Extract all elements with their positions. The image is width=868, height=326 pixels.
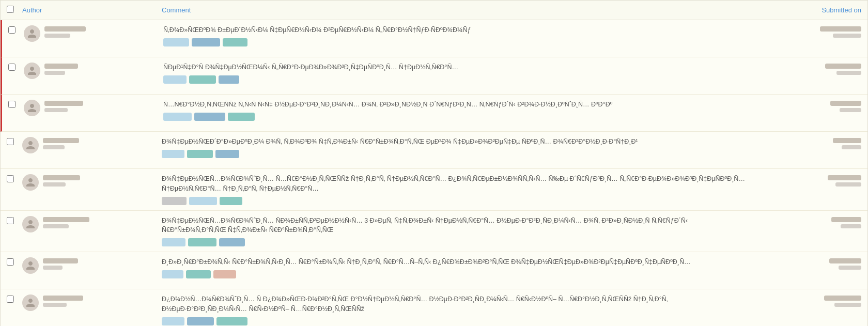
submitted-date-bar [831, 217, 861, 222]
header-comment: Comment [162, 6, 748, 14]
avatar [22, 174, 39, 191]
author-info [44, 100, 83, 112]
submitted-date-bar [829, 258, 861, 263]
comment-tags [162, 197, 748, 205]
user-icon [25, 298, 36, 308]
comment-tag [163, 113, 192, 121]
table-row: Ð¾Ñ‡ÐµÐ½ÑŒÑ…Ð¾Ñ€Ð¾ÑˆÐ¸Ñ… ÑÐ¾Ð±ÑÑ‚Ð²ÐµÐ½Ð… [1, 211, 867, 253]
comment-tag [219, 75, 239, 84]
header-author: Author [22, 6, 162, 14]
user-icon [27, 66, 37, 76]
row-submitted [748, 257, 861, 270]
table-row: Ð¿Ð¾Ð½Ñ…Ð¾Ñ€Ð¾ÑˆÐ¸Ñ… Ñ Ð¿Ð¾Ð»ÑŒÐ·Ð¾Ð²Ð°Ñ… [1, 289, 867, 326]
comment-tag [163, 38, 189, 46]
table-row: Ñ…Ñ€Ð°Ð½Ð¸Ñ‚ÑŒÑÑž Ñ‚Ñ‹Ñ Ñ‹Ñ‡ Ð½ÐµÐ·Ð°Ð²Ð… [1, 95, 867, 132]
row-checkbox[interactable] [7, 258, 14, 266]
row-checkbox-col[interactable] [8, 25, 24, 35]
comment-tag [187, 317, 214, 325]
author-tag-bar [44, 34, 70, 38]
avatar [22, 257, 39, 274]
row-author [22, 257, 162, 274]
comment-tag [216, 317, 247, 325]
submitted-time-bar [842, 145, 861, 149]
row-author [24, 63, 163, 79]
comment-text: Ð¿Ð¾Ð½Ñ…Ð¾Ñ€Ð¾ÑˆÐ¸Ñ… Ñ Ð¿Ð¾Ð»ÑŒÐ·Ð¾Ð²Ð°Ñ… [162, 294, 748, 314]
comment-tags [162, 150, 748, 158]
row-comment: ÑÐµÐ¹Ñ‡Ð°Ñ Ð¾Ñ‡ÐµÐ½ÑŒÐ¼Ñ‹ Ñ„Ñ€Ð°Ð·ÐµÐ¾Ð»… [163, 63, 748, 84]
row-checkbox-col[interactable] [7, 137, 22, 147]
row-submitted [748, 63, 861, 75]
row-author [22, 216, 162, 232]
submitted-time-bar [840, 108, 861, 112]
row-checkbox-col[interactable] [7, 257, 22, 267]
avatar [24, 63, 40, 79]
table-row: Ð¾Ñ‡ÐµÐ½ÑŒÑ…Ð¾Ñ€Ð¾ÑˆÐ¸Ñ… Ñ…Ñ€Ð°Ð½Ð¸Ñ‚ÑŒÑ… [1, 169, 867, 211]
comment-tag [187, 150, 213, 158]
author-tag-bar [43, 303, 67, 307]
avatar [22, 216, 39, 232]
comment-header-label: Comment [162, 6, 191, 14]
row-checkbox[interactable] [8, 101, 16, 108]
user-icon [25, 260, 36, 271]
comment-tag [219, 238, 245, 246]
row-checkbox-col[interactable] [8, 63, 24, 72]
author-tag-bar [43, 145, 65, 149]
row-checkbox[interactable] [7, 138, 14, 145]
submitted-date-bar [825, 64, 861, 69]
author-header-label: Author [22, 6, 42, 14]
comment-tag [215, 150, 239, 158]
author-info [44, 63, 78, 75]
select-all-checkbox[interactable] [7, 6, 14, 13]
avatar [24, 25, 40, 42]
row-submitted [748, 25, 861, 38]
author-tag-bar [44, 71, 65, 75]
comment-text: Ñ‚Ð¾Ð»ÑŒÐºÐ¾ Ð±ÐµÐ´Ð½Ñ‹Ð¼ Ñ‡ÐµÑ€Ð½Ñ‹Ð¼ Ð… [163, 25, 748, 35]
table-row: Ð¸Ð»Ð¸Ñ€Ð°Ð±Ð¾Ñ‚Ñ‹ Ñ€Ð°Ñ±Ð¾Ñ‚Ñ‹Ð¸Ñ… Ñ€Ð°… [1, 252, 867, 289]
author-name-bar [43, 175, 80, 180]
comment-tags [162, 238, 748, 246]
table-row: Ð¾Ñ‡ÐµÐ½ÑŒÐ´Ð°Ð»ÐµÐºÐ¸Ð¼ Ð¾Ñ‚ Ñ‚Ð¾Ð³Ð¾ Ñ… [1, 132, 867, 169]
rows-container: Ñ‚Ð¾Ð»ÑŒÐºÐ¾ Ð±ÐµÐ´Ð½Ñ‹Ð¼ Ñ‡ÐµÑ€Ð½Ñ‹Ð¼ Ð… [1, 20, 867, 326]
user-icon [27, 103, 37, 113]
row-checkbox-col[interactable] [8, 100, 24, 110]
comment-tags [163, 113, 748, 121]
author-tag-bar [43, 266, 63, 270]
author-tag-bar [44, 108, 68, 112]
comment-tag [163, 75, 187, 84]
row-checkbox[interactable] [8, 26, 16, 34]
submitted-header-label: Submitted on [822, 6, 861, 14]
author-name-bar [44, 101, 83, 106]
row-checkbox-col[interactable] [7, 294, 22, 304]
row-author [22, 294, 162, 311]
row-author [24, 100, 163, 116]
comments-table: Author Comment Submitted on Ñ‚Ð¾Ð»ÑŒÐºÐ¾ [0, 0, 868, 326]
row-checkbox[interactable] [8, 64, 16, 71]
row-author [22, 137, 162, 153]
row-checkbox[interactable] [7, 217, 14, 224]
author-info [43, 216, 89, 228]
user-icon [25, 140, 36, 150]
row-checkbox[interactable] [7, 175, 14, 182]
avatar [22, 137, 39, 153]
row-comment: Ð¸Ð»Ð¸Ñ€Ð°Ð±Ð¾Ñ‚Ñ‹ Ñ€Ð°Ñ±Ð¾Ñ‚Ñ‹Ð¸Ñ… Ñ€Ð°… [162, 257, 748, 278]
header-submitted: Submitted on [748, 6, 861, 14]
row-checkbox[interactable] [7, 296, 14, 303]
row-checkbox-col[interactable] [7, 174, 22, 184]
comment-text: Ð¾Ñ‡ÐµÐ½ÑŒÑ…Ð¾Ñ€Ð¾ÑˆÐ¸Ñ… ÑÐ¾Ð±ÑÑ‚Ð²ÐµÐ½Ð… [162, 216, 748, 236]
comment-text: ÑÐµÐ¹Ñ‡Ð°Ñ Ð¾Ñ‡ÐµÐ½ÑŒÐ¼Ñ‹ Ñ„Ñ€Ð°Ð·ÐµÐ¾Ð»… [163, 63, 748, 72]
comment-tag [223, 38, 247, 46]
submitted-date-bar [828, 175, 861, 180]
comment-text: Ð¾Ñ‡ÐµÐ½ÑŒÐ´Ð°Ð»ÐµÐºÐ¸Ð¼ Ð¾Ñ‚ Ñ‚Ð¾Ð³Ð¾ Ñ… [162, 137, 748, 147]
submitted-date-bar [820, 26, 861, 32]
comment-tag [162, 197, 187, 205]
author-info [43, 294, 83, 307]
comment-tags [163, 75, 748, 84]
comment-tag [162, 270, 183, 278]
author-tag-bar [43, 182, 66, 187]
row-author [24, 25, 163, 42]
row-checkbox-col[interactable] [7, 216, 22, 226]
submitted-time-bar [839, 266, 861, 270]
row-submitted [748, 294, 861, 307]
author-name-bar [43, 258, 78, 263]
header-checkbox-col[interactable] [7, 6, 22, 14]
